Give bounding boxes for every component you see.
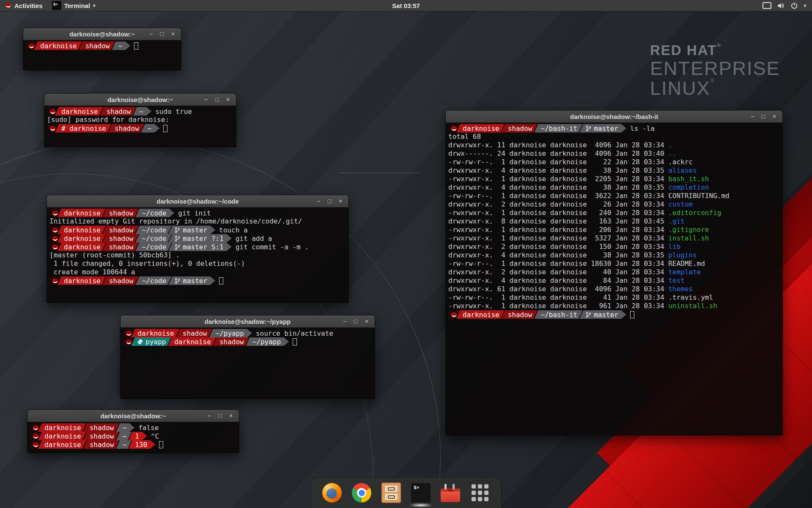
file-row: drwxrwxr-x. 2 darknoise darknoise 150 Ja… [448,243,782,251]
file-row: drwxrwxr-x. 2 darknoise darknoise 40 Jan… [448,268,782,276]
grid-dot [484,484,488,489]
grid-dot [472,491,476,495]
close-button[interactable]: × [364,315,370,327]
terminal-content[interactable]: darknoiseshadow~sudo true[sudo] password… [44,106,236,147]
maximize-button[interactable]: □ [159,28,165,40]
dock-item-terminal[interactable]: $> [411,483,431,503]
maximize-button[interactable]: □ [353,315,359,327]
terminal-cursor [219,277,223,284]
files-icon [381,483,401,503]
prompt-segment-path: ~/bash-it [535,310,583,319]
window-titlebar[interactable]: darknoise@shadow:~/code−□× [47,195,348,207]
close-button[interactable]: × [337,195,343,207]
app-grid-icon [470,483,490,502]
close-button[interactable]: × [225,94,231,105]
app-menu-label: Terminal [64,2,90,9]
minimize-button[interactable]: − [749,110,755,122]
file-meta: drwxrwxr-x. 2 darknoise darknoise 40 Jan… [448,268,668,276]
display-icon[interactable] [763,2,771,9]
terminal-window-bash-it[interactable]: darknoise@shadow:~/bash-it−□×darknoisesh… [445,110,783,436]
command-text: source bin/activate [256,329,333,337]
close-button[interactable]: × [170,28,176,40]
toolbox-handle [447,489,453,491]
dock-item-chrome[interactable] [351,483,372,503]
minimize-button[interactable]: − [148,28,154,40]
file-row: drwxrwxr-x. 4 darknoise darknoise 38 Jan… [448,251,782,260]
maximize-button[interactable]: □ [326,195,332,207]
prompt-segment-host: shadow [103,234,139,243]
terminal-content[interactable]: darknoiseshadow~/codegit initInitialized… [47,207,348,303]
chevron-down-icon[interactable]: ▾ [804,3,806,8]
maximize-button[interactable]: □ [217,410,223,422]
git-branch-icon [175,244,180,250]
prompt-segment-path: master ?:1 [168,234,231,243]
file-meta: drwxrwxr-x. 4 darknoise darknoise 38 Jan… [448,251,668,259]
window-titlebar[interactable]: darknoise@shadow:~−□× [23,28,181,40]
command-text: ls -la [630,124,655,133]
command-text: sudo true [155,108,192,116]
file-meta: -rw-rw-r--. 1 darknoise darknoise 22 Jan… [448,158,668,166]
file-meta: drwxrwxr-x. 61 darknoise darknoise 4096 … [448,285,668,293]
minimize-button[interactable]: − [206,410,212,422]
minimize-button[interactable]: − [315,195,321,207]
maximize-button[interactable]: □ [214,94,220,105]
terminal-window-code[interactable]: darknoise@shadow:~/code−□×darknoiseshado… [47,195,349,303]
prompt-segment-host: shadow [103,276,139,285]
terminal-window-home-2[interactable]: darknoise@shadow:~−□×darknoiseshadow~fal… [27,409,239,453]
terminal-cursor [293,338,297,345]
power-icon[interactable] [791,2,798,9]
file-name: test [668,276,685,284]
file-row: -rwxrwxr-x. 1 darknoise darknoise 240 Ja… [448,209,782,217]
dock-item-firefox[interactable] [322,483,342,503]
git-branch-icon [175,278,180,284]
prompt-line: # darknoiseshadow~ [47,124,236,133]
python-icon [137,339,143,345]
dock-item-files[interactable] [381,483,401,503]
minimize-button[interactable]: − [203,94,209,105]
prompt-segment-path: ~/code [136,243,172,251]
app-menu-terminal[interactable]: $> Terminal ▾ [48,0,100,11]
file-row: drwxrwxr-x. 4 darknoise darknoise 38 Jan… [448,166,782,175]
terminal-content[interactable]: darknoiseshadow~ [23,40,181,70]
window-controls: −□× [148,28,181,40]
terminal-window-sudo[interactable]: darknoise@shadow:~−□×darknoiseshadow~sud… [44,93,236,147]
grid-dot [478,484,482,489]
volume-icon[interactable] [777,3,785,9]
prompt-segment-user: darknoise [168,337,216,346]
activities-label: Activities [14,2,43,9]
prompt-segment-path: ~/code [136,234,172,243]
file-meta: -rwxrwxr-x. 1 darknoise darknoise 240 Ja… [448,209,668,217]
file-name: .editorconfig [668,209,721,217]
terminal-content[interactable]: darknoiseshadow~falsedarknoiseshadow~1^C… [27,422,239,453]
close-button[interactable]: × [228,410,234,422]
terminal-icon: $> [411,483,431,503]
file-row: drwxrwxr-x. 4 darknoise darknoise 84 Jan… [448,276,782,285]
window-titlebar[interactable]: darknoise@shadow:~−□× [44,94,236,106]
window-controls: −□× [203,94,236,105]
window-titlebar[interactable]: darknoise@shadow:~/bash-it−□× [446,110,782,123]
maximize-button[interactable]: □ [760,110,766,122]
minimize-button[interactable]: − [342,315,348,327]
terminal-content[interactable]: darknoiseshadow~/bash-itmasterls -latota… [446,123,782,435]
terminal-content[interactable]: darknoiseshadow~/pyappsource bin/activat… [121,328,375,399]
prompt-segment-user: darknoise [38,423,86,432]
dock-item-app-grid[interactable] [470,483,490,503]
prompt-segment-host: shadow [502,124,538,133]
clock[interactable]: Sat 03:57 [392,2,420,9]
close-button[interactable]: × [771,110,777,122]
command-text: git init [178,209,211,217]
window-titlebar[interactable]: darknoise@shadow:~/pyapp−□× [121,315,375,328]
dock-item-toolbox[interactable] [440,483,461,503]
command-text: git add a [236,235,272,243]
prompt-glyph: $> [414,485,419,490]
prompt-line: darknoiseshadow~/bash-itmasterls -la [448,124,782,133]
redhat-logo-icon [5,2,11,9]
terminal-window-pyapp[interactable]: darknoise@shadow:~/pyapp−□×darknoiseshad… [120,315,375,399]
file-meta: -rwxrwxr-x. 1 darknoise darknoise 2205 J… [448,175,668,183]
dock: $> [310,477,502,508]
activities-button[interactable]: Activities [0,0,48,11]
window-titlebar[interactable]: darknoise@shadow:~−□× [27,410,239,422]
file-name: CONTRIBUTING.md [668,192,730,200]
prompt-line: darknoiseshadow~/codemaster S:1git commi… [49,243,348,251]
terminal-window-home-1[interactable]: darknoise@shadow:~−□×darknoiseshadow~ [23,28,181,71]
